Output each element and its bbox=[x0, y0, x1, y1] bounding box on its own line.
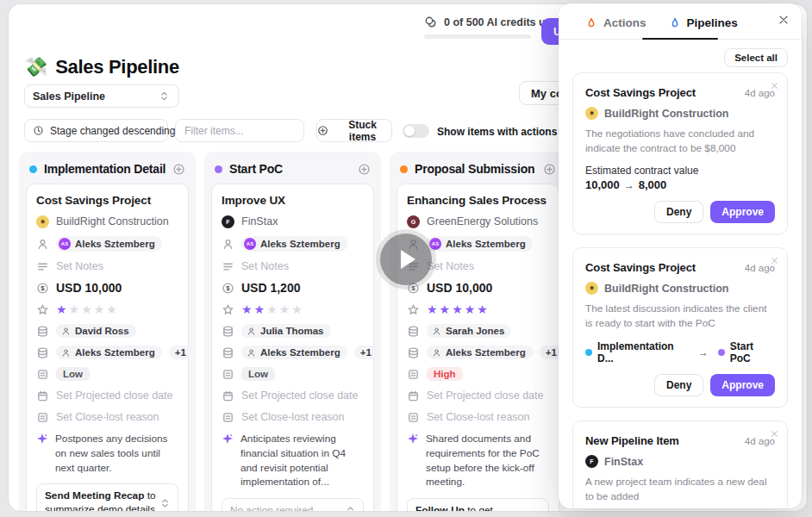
more-contacts-badge[interactable]: +1 bbox=[354, 346, 378, 359]
notes-row[interactable]: Set Notes bbox=[222, 259, 364, 273]
contact-chip[interactable]: Aleks Sztemberg bbox=[241, 346, 347, 359]
priority-row[interactable]: High bbox=[407, 367, 549, 381]
actions-panel: Actions Pipelines Select all Cost Saving… bbox=[559, 3, 802, 508]
dollar-icon bbox=[222, 282, 234, 295]
ai-sparkle-icon bbox=[222, 433, 234, 445]
approval-actions: Deny Approve bbox=[585, 374, 775, 396]
owner-chip[interactable]: AS Aleks Sztemberg bbox=[427, 236, 533, 252]
close-date-row[interactable]: Set Projected close date bbox=[407, 389, 549, 402]
notes-icon bbox=[222, 260, 234, 273]
more-contacts-badge[interactable]: +1 bbox=[169, 346, 192, 359]
notes-icon bbox=[36, 260, 49, 273]
approve-button[interactable]: Approve bbox=[710, 201, 775, 223]
contact-row[interactable]: Julia Thomas bbox=[222, 324, 364, 338]
owner-chip[interactable]: AS Aleks Sztemberg bbox=[241, 236, 347, 252]
company-logo-icon: ✶ bbox=[36, 215, 49, 228]
pipeline-card[interactable]: Enhancing Sales Process G GreenEnergy So… bbox=[397, 184, 559, 511]
video-play-button[interactable] bbox=[380, 234, 432, 285]
value-change: 10,000 → 8,000 bbox=[585, 178, 775, 191]
contact-chip[interactable]: David Ross bbox=[56, 324, 136, 338]
value-row[interactable]: USD 1,200 bbox=[222, 281, 364, 295]
contact-row[interactable]: Sarah Jones bbox=[407, 324, 549, 338]
pipeline-card[interactable]: Cost Savings Project ✶ BuildRight Constr… bbox=[26, 184, 189, 511]
rating-row[interactable]: ★★★★★ bbox=[222, 302, 364, 316]
company-logo-icon: G bbox=[407, 215, 420, 228]
tab-pipelines[interactable]: Pipelines bbox=[669, 16, 738, 29]
contact-chip[interactable]: Sarah Jones bbox=[427, 324, 511, 338]
person-icon bbox=[247, 327, 256, 336]
deny-button[interactable]: Deny bbox=[654, 201, 703, 223]
rating-row[interactable]: ★★★★★ bbox=[36, 302, 178, 316]
close-lost-row[interactable]: Set Close-lost reason bbox=[222, 410, 364, 424]
card-title: Cost Savings Project bbox=[36, 194, 178, 207]
arrow-right-icon: → bbox=[698, 346, 709, 358]
dismiss-card-icon[interactable] bbox=[770, 253, 779, 263]
view-selector[interactable]: Sales Pipeline bbox=[24, 84, 179, 108]
rating-row[interactable]: ★★★★★ bbox=[407, 302, 549, 316]
action-selector[interactable]: No action required bbox=[222, 498, 364, 511]
document-icon bbox=[222, 411, 234, 424]
priority-row[interactable]: Low bbox=[36, 367, 178, 381]
sort-selector[interactable]: Stage changed descending bbox=[24, 119, 168, 142]
approval-description: A new project team indicates a new deal … bbox=[585, 475, 775, 504]
add-item-icon[interactable] bbox=[358, 163, 371, 176]
company-logo-icon: ✶ bbox=[585, 282, 598, 295]
owner-row[interactable]: AS Aleks Sztemberg bbox=[36, 236, 178, 252]
close-date-row[interactable]: Set Projected close date bbox=[222, 389, 364, 402]
database-icon bbox=[36, 346, 49, 359]
select-all-button[interactable]: Select all bbox=[724, 48, 788, 67]
add-item-icon[interactable] bbox=[172, 163, 185, 176]
dismiss-card-icon[interactable] bbox=[770, 78, 779, 88]
database-icon bbox=[222, 346, 234, 359]
ai-sparkle-icon bbox=[407, 433, 419, 445]
column-proposal-submission: Proposal Submission Enhancing Sales Proc… bbox=[390, 152, 566, 511]
stuck-items-button[interactable]: Stuck items bbox=[316, 119, 392, 142]
owner-row[interactable]: AS Aleks Sztemberg bbox=[222, 236, 364, 252]
priority-row[interactable]: Low bbox=[222, 367, 364, 381]
tab-actions[interactable]: Actions bbox=[585, 16, 646, 29]
action-selector[interactable]: Follow-Up to get feedback on the PoC bbox=[407, 498, 549, 511]
person-icon bbox=[247, 348, 256, 358]
document-icon bbox=[36, 411, 49, 424]
company-row: F FinStax bbox=[585, 455, 775, 468]
contact-row[interactable]: Aleks Sztemberg +1 bbox=[407, 346, 549, 359]
action-selector[interactable]: Send Meeting Recap to summarize demo det… bbox=[36, 483, 178, 511]
column-implementation-details: Implementation Details Cost Savings Proj… bbox=[19, 152, 196, 511]
value-row[interactable]: USD 10,000 bbox=[36, 281, 178, 295]
stage-dot-icon bbox=[400, 165, 408, 173]
contact-chip[interactable]: Aleks Sztemberg bbox=[56, 346, 162, 359]
add-item-icon[interactable] bbox=[543, 163, 556, 176]
calendar-icon bbox=[407, 389, 420, 402]
approval-description: The latest discussion indicates the clie… bbox=[585, 302, 775, 331]
avatar: AS bbox=[59, 238, 71, 250]
filter-input[interactable] bbox=[175, 119, 304, 142]
star-rating: ★★★★★ bbox=[56, 303, 119, 315]
approval-card: Cost Savings Project 4d ago ✶ BuildRight… bbox=[572, 72, 788, 234]
contact-row[interactable]: David Ross bbox=[36, 324, 178, 338]
close-lost-row[interactable]: Set Close-lost reason bbox=[36, 410, 178, 424]
contact-row[interactable]: Aleks Sztemberg +1 bbox=[222, 346, 364, 359]
contact-chip[interactable]: Aleks Sztemberg bbox=[427, 346, 533, 359]
person-icon bbox=[222, 238, 234, 251]
card-title: Improve UX bbox=[222, 194, 364, 207]
approve-button[interactable]: Approve bbox=[710, 374, 775, 396]
value-row[interactable]: USD 10,000 bbox=[407, 281, 549, 295]
approval-actions: Deny Approve bbox=[585, 201, 775, 223]
close-date-row[interactable]: Set Projected close date bbox=[36, 389, 178, 402]
dismiss-card-icon[interactable] bbox=[770, 427, 779, 436]
pipeline-card[interactable]: Improve UX F FinStax AS Aleks Sztemberg … bbox=[211, 184, 374, 511]
owner-chip[interactable]: AS Aleks Sztemberg bbox=[56, 236, 162, 252]
arrow-right-icon: → bbox=[624, 179, 634, 191]
chevron-updown-icon bbox=[158, 90, 171, 103]
list-icon bbox=[36, 368, 49, 381]
close-lost-row[interactable]: Set Close-lost reason bbox=[407, 410, 549, 424]
show-actions-toggle[interactable] bbox=[403, 124, 429, 138]
stage-dot-icon bbox=[585, 349, 592, 356]
deny-button[interactable]: Deny bbox=[654, 374, 703, 396]
list-icon bbox=[407, 368, 420, 381]
contact-row[interactable]: Aleks Sztemberg +1 bbox=[36, 346, 178, 359]
contact-chip[interactable]: Julia Thomas bbox=[241, 324, 331, 338]
database-icon bbox=[407, 325, 420, 338]
coins-icon bbox=[424, 16, 438, 29]
notes-row[interactable]: Set Notes bbox=[36, 259, 178, 273]
